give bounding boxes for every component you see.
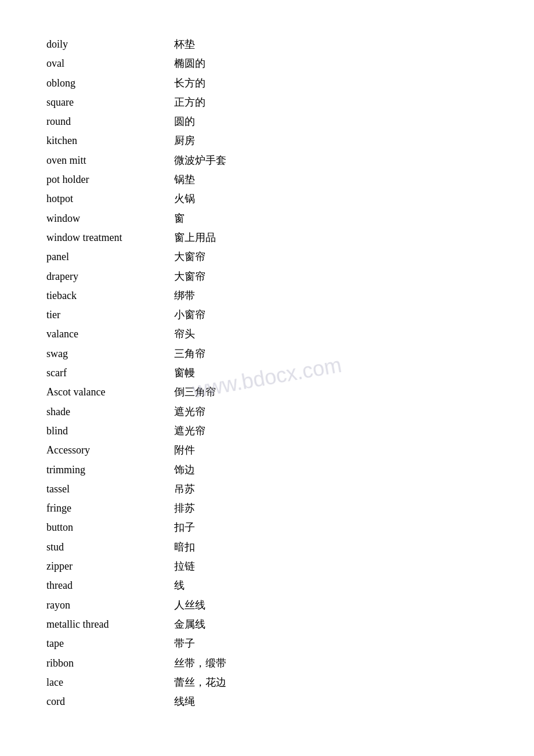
chinese-translation: 排苏	[174, 499, 195, 518]
list-item: fringe排苏	[46, 499, 488, 518]
english-term: trimming	[46, 460, 174, 480]
list-item: ribbon丝带，缎带	[46, 654, 488, 673]
english-term: stud	[46, 538, 174, 557]
chinese-translation: 蕾丝，花边	[174, 673, 226, 692]
english-term: lace	[46, 673, 174, 692]
list-item: blind遮光帘	[46, 422, 488, 441]
chinese-translation: 大窗帘	[174, 267, 205, 286]
list-item: window窗	[46, 209, 488, 228]
list-item: Ascot valance倒三角帘	[46, 383, 488, 402]
english-term: pot holder	[46, 170, 174, 189]
chinese-translation: 饰边	[174, 460, 195, 480]
english-term: hotpot	[46, 189, 174, 208]
english-term: swag	[46, 344, 174, 363]
english-term: Accessory	[46, 441, 174, 460]
chinese-translation: 人丝线	[174, 596, 205, 615]
english-term: tassel	[46, 480, 174, 499]
english-term: cord	[46, 692, 174, 711]
english-term: round	[46, 112, 174, 131]
english-term: scarf	[46, 363, 174, 383]
vocabulary-list: doily杯垫oval椭圆的oblong长方的square正方的round圆的k…	[46, 35, 488, 711]
list-item: oval椭圆的	[46, 54, 488, 73]
list-item: Accessory附件	[46, 441, 488, 460]
chinese-translation: 长方的	[174, 74, 205, 93]
english-term: fringe	[46, 499, 174, 518]
chinese-translation: 金属线	[174, 615, 205, 634]
english-term: drapery	[46, 267, 174, 286]
english-term: rayon	[46, 596, 174, 615]
chinese-translation: 大窗帘	[174, 247, 205, 267]
chinese-translation: 小窗帘	[174, 305, 205, 325]
english-term: blind	[46, 422, 174, 441]
english-term: valance	[46, 325, 174, 344]
list-item: zipper拉链	[46, 557, 488, 576]
chinese-translation: 窗上用品	[174, 228, 216, 247]
list-item: oblong长方的	[46, 74, 488, 93]
chinese-translation: 厨房	[174, 131, 195, 150]
list-item: drapery大窗帘	[46, 267, 488, 286]
chinese-translation: 拉链	[174, 557, 195, 576]
list-item: window treatment窗上用品	[46, 228, 488, 247]
english-term: oblong	[46, 74, 174, 93]
english-term: thread	[46, 576, 174, 595]
chinese-translation: 微波炉手套	[174, 151, 226, 170]
chinese-translation: 三角帘	[174, 344, 205, 363]
list-item: square正方的	[46, 93, 488, 112]
chinese-translation: 暗扣	[174, 538, 195, 557]
list-item: kitchen厨房	[46, 131, 488, 150]
chinese-translation: 椭圆的	[174, 54, 205, 73]
list-item: rayon人丝线	[46, 596, 488, 615]
list-item: tier小窗帘	[46, 305, 488, 325]
english-term: square	[46, 93, 174, 112]
chinese-translation: 带子	[174, 634, 195, 653]
english-term: panel	[46, 247, 174, 267]
chinese-translation: 杯垫	[174, 35, 195, 54]
list-item: button扣子	[46, 518, 488, 537]
list-item: thread线	[46, 576, 488, 595]
english-term: ribbon	[46, 654, 174, 673]
list-item: oven mitt微波炉手套	[46, 151, 488, 170]
chinese-translation: 线绳	[174, 692, 195, 711]
chinese-translation: 遮光帘	[174, 402, 205, 422]
list-item: tape带子	[46, 634, 488, 653]
list-item: lace蕾丝，花边	[46, 673, 488, 692]
english-term: window treatment	[46, 228, 174, 247]
english-term: oval	[46, 54, 174, 73]
list-item: trimming饰边	[46, 460, 488, 480]
english-term: kitchen	[46, 131, 174, 150]
chinese-translation: 正方的	[174, 93, 205, 112]
english-term: zipper	[46, 557, 174, 576]
english-term: shade	[46, 402, 174, 422]
english-term: doily	[46, 35, 174, 54]
chinese-translation: 倒三角帘	[174, 383, 216, 402]
list-item: metallic thread金属线	[46, 615, 488, 634]
chinese-translation: 锅垫	[174, 170, 195, 189]
english-term: tier	[46, 305, 174, 325]
chinese-translation: 扣子	[174, 518, 195, 537]
chinese-translation: 吊苏	[174, 480, 195, 499]
english-term: Ascot valance	[46, 383, 174, 402]
list-item: pot holder锅垫	[46, 170, 488, 189]
chinese-translation: 遮光帘	[174, 422, 205, 441]
list-item: round圆的	[46, 112, 488, 131]
chinese-translation: 附件	[174, 441, 195, 460]
english-term: metallic thread	[46, 615, 174, 634]
list-item: panel大窗帘	[46, 247, 488, 267]
english-term: oven mitt	[46, 151, 174, 170]
list-item: scarf窗幔	[46, 363, 488, 383]
english-term: window	[46, 209, 174, 228]
list-item: tassel吊苏	[46, 480, 488, 499]
list-item: stud暗扣	[46, 538, 488, 557]
chinese-translation: 线	[174, 576, 185, 595]
chinese-translation: 丝带，缎带	[174, 654, 226, 673]
list-item: cord线绳	[46, 692, 488, 711]
list-item: doily杯垫	[46, 35, 488, 54]
chinese-translation: 火锅	[174, 189, 195, 208]
list-item: valance帘头	[46, 325, 488, 344]
list-item: tieback绑带	[46, 286, 488, 305]
english-term: tape	[46, 634, 174, 653]
list-item: shade遮光帘	[46, 402, 488, 422]
english-term: tieback	[46, 286, 174, 305]
chinese-translation: 绑带	[174, 286, 195, 305]
list-item: swag三角帘	[46, 344, 488, 363]
